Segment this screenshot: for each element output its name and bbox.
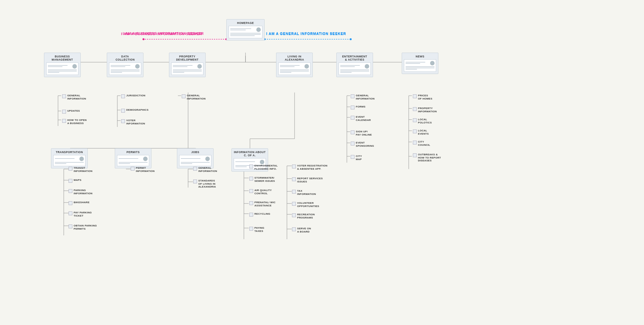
leaf-icon bbox=[351, 116, 355, 120]
leaf-icon bbox=[121, 109, 125, 113]
leaf-icon bbox=[351, 106, 355, 109]
leaf-icon bbox=[62, 119, 66, 123]
leaf-info-air-quality: AIR QUALITYCONTROL bbox=[249, 189, 272, 195]
leaf-icon bbox=[351, 94, 355, 98]
leaf-icon bbox=[292, 213, 296, 217]
leaf-icon bbox=[69, 167, 72, 171]
leaf-icon bbox=[249, 213, 253, 217]
leaf-label: LOCALPOLOTICS bbox=[418, 118, 432, 124]
leaf-label: PROPERTYINFORMATION bbox=[418, 107, 437, 113]
leaf-label: VOTER REGISTRATION& ABSENTEE APP. bbox=[297, 164, 327, 170]
data-coll-node: DATACOLLECTION bbox=[107, 53, 143, 77]
leaf-label: GENERALINFORMATION bbox=[67, 94, 86, 100]
homepage-title: HOMEPAGE bbox=[229, 21, 262, 25]
leaf-icon bbox=[292, 227, 296, 231]
leaf-label: PRICESOF HOMES bbox=[418, 94, 432, 100]
leaf-icon bbox=[193, 167, 197, 171]
leaf-news-council: CITYCOUNCIL bbox=[413, 140, 430, 146]
leaf-biz-how-to-open: HOW TO OPENA BUSINESS bbox=[62, 119, 87, 125]
leaf-icon bbox=[351, 142, 355, 145]
diagram-container: I AM A BUSINESS INFORMATION SEEKER I AM … bbox=[0, 0, 644, 325]
leaf-label: GENERALINFORMATION bbox=[198, 166, 217, 173]
leaf-ent-event-cal: EVENTCALENDAR bbox=[351, 115, 371, 122]
leaf-icon bbox=[249, 165, 253, 168]
leaf-label: SIGN UP/PAY ONLINE bbox=[356, 130, 372, 136]
leaf-icon bbox=[69, 211, 72, 215]
entertainment-title: ENTERTAINMENT& ACTIVITIES bbox=[339, 55, 371, 61]
leaf-label: TRANSITINFORMATION bbox=[74, 166, 92, 173]
leaf-label: EVENTSPONSORING bbox=[356, 141, 374, 147]
leaf-permits-info: PERMITINFORMATION bbox=[131, 166, 155, 173]
biz-mgmt-node: BUSINESSMANAGEMENT bbox=[44, 53, 81, 77]
leaf-icon bbox=[69, 225, 72, 228]
leaf-icon bbox=[413, 141, 417, 144]
leaf-info-voter-reg: VOTER REGISTRATION& ABSENTEE APP. bbox=[292, 164, 327, 170]
leaf-icon bbox=[69, 201, 72, 205]
leaf-info-paying-taxes: PAYINGTAXES bbox=[249, 226, 264, 233]
leaf-trans-maps: MAPS bbox=[69, 179, 81, 183]
entertainment-node: ENTERTAINMENT& ACTIVITIES bbox=[336, 53, 373, 77]
leaf-icon bbox=[413, 129, 417, 133]
jobs-node: JOBS bbox=[177, 148, 214, 168]
leaf-label: TAXINFORMATION bbox=[297, 189, 316, 196]
homepage-node: HOMEPAGE bbox=[226, 19, 265, 41]
leaf-info-serve: SERVE ONA BOARD bbox=[292, 227, 311, 233]
leaf-info-volunteer: VOLUNTEEROPPORTUNITIES bbox=[292, 202, 319, 208]
biz-mgmt-title: BUSINESSMANAGEMENT bbox=[46, 55, 78, 61]
jobs-title: JOBS bbox=[179, 151, 211, 154]
leaf-label: MAPS bbox=[74, 179, 81, 182]
leaf-ent-forms: FORMS bbox=[351, 105, 365, 109]
living-alex-title: LIVING INALEXANDRIA bbox=[278, 55, 311, 61]
permits-title: PERMITS bbox=[117, 151, 149, 154]
leaf-label: OBTAIN PARKINGPERMITS bbox=[74, 224, 97, 230]
leaf-info-prenatal: PRENATAL/ WICASSISTANCE bbox=[249, 201, 275, 207]
general-seeker-label: I AM A GENERAL INFORMATION SEEKER bbox=[266, 32, 346, 35]
leaf-label: DEMOGRAPHICS bbox=[126, 108, 149, 112]
leaf-icon bbox=[182, 94, 186, 98]
leaf-label: LOCALEVENTS bbox=[418, 129, 429, 135]
leaf-trans-transit: TRANSITINFORMATION bbox=[69, 166, 92, 173]
leaf-label: PARKINGINFORMATION bbox=[74, 189, 92, 195]
leaf-label: FORMS bbox=[356, 105, 365, 108]
business-seeker-label: I AM A BUSINESS INFORMATION SEEKER bbox=[123, 32, 204, 35]
leaf-jobs-standards: STANDARDSOF LIVING INALEXANDRIA bbox=[193, 179, 216, 188]
leaf-icon bbox=[292, 190, 296, 194]
leaf-label: VOLUNTEEROPPORTUNITIES bbox=[297, 202, 319, 208]
info-about-title: INFORMATION ABOUT C. OF A. bbox=[234, 151, 266, 157]
leaf-news-events: LOCALEVENTS bbox=[413, 129, 429, 135]
leaf-label: GENERALINFORMATION bbox=[356, 94, 375, 100]
leaf-icon bbox=[62, 94, 66, 98]
leaf-label: RECYCLING bbox=[254, 212, 270, 216]
leaf-icon bbox=[413, 153, 417, 157]
prop-dev-title: PROPERTYDEVELOPMENT bbox=[171, 55, 203, 61]
leaf-label: PAY PARKINGTICKET bbox=[74, 211, 92, 217]
leaf-icon bbox=[249, 177, 253, 181]
transportation-title: TRANSPORTATION bbox=[53, 151, 85, 154]
leaf-news-politics: LOCALPOLOTICS bbox=[413, 118, 432, 124]
leaf-news-prices: PRICESOF HOMES bbox=[413, 94, 432, 100]
leaf-icon bbox=[292, 165, 296, 168]
leaf-label: CITYMAP bbox=[356, 155, 362, 161]
leaf-label: JURISDICTION bbox=[126, 94, 145, 97]
leaf-label: STANDARDSOF LIVING INALEXANDRIA bbox=[198, 179, 216, 188]
leaf-trans-pay-parking: PAY PARKINGTICKET bbox=[69, 211, 92, 217]
leaf-label: VOTERINFORMATION bbox=[126, 119, 145, 125]
transportation-node: TRANSPORTATION bbox=[51, 148, 88, 168]
leaf-label: HOW TO OPENA BUSINESS bbox=[67, 119, 87, 125]
leaf-label: UPDATES bbox=[67, 109, 80, 113]
svg-point-5 bbox=[350, 38, 352, 40]
leaf-icon bbox=[351, 155, 355, 159]
leaf-icon bbox=[249, 227, 253, 231]
leaf-icon bbox=[121, 119, 125, 123]
leaf-prop-general: GENERALINFORMATION bbox=[182, 94, 206, 100]
leaf-label: OUTBREAKS &HOW TO REPORTDISEASES bbox=[418, 153, 441, 162]
leaf-icon bbox=[193, 180, 197, 183]
leaf-news-property: PROPERTYINFORMATION bbox=[413, 107, 437, 113]
leaf-icon bbox=[292, 202, 296, 206]
connector-lines bbox=[0, 0, 644, 325]
leaf-ent-general: GENERALINFORMATION bbox=[351, 94, 375, 100]
news-node: NEWS bbox=[402, 53, 438, 74]
leaf-biz-general-info: GENERALINFORMATION bbox=[62, 94, 86, 100]
leaf-label: PERMITINFORMATION bbox=[136, 166, 155, 173]
prop-dev-node: PROPERTYDEVELOPMENT bbox=[169, 53, 206, 77]
